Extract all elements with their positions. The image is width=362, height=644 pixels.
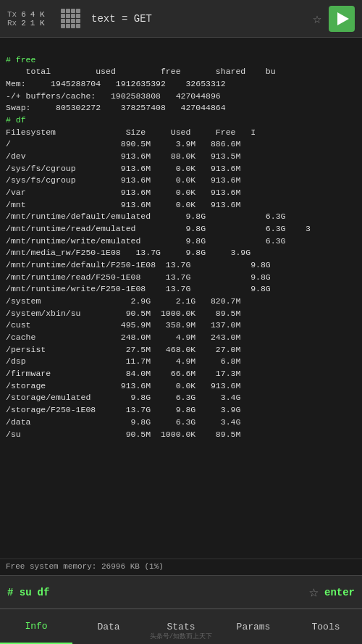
top-bar: Tx 6 4 K Rx 2 1 K text = GET ☆ — [0, 0, 362, 38]
tx-val1: 6 — [21, 10, 26, 19]
df-mnt-write-f250: /mnt/runtime/write/F250-1E08 13.7G 9.8G — [6, 284, 271, 293]
df-storage-emulated: /storage/emulated 9.8G 6.3G 3.4G — [6, 393, 240, 402]
df-persist: /persist 27.5M 468.0K 27.0M — [6, 345, 240, 354]
df-mnt-runtime-write: /mnt/runtime/write/emulated 9.8G 6.3G — [6, 236, 285, 246]
cmd-prompt: # su — [7, 587, 32, 598]
df-firmware: /firmware 84.0M 66.6M 17.3M — [6, 369, 240, 378]
star-icon[interactable]: ☆ — [313, 9, 321, 28]
df-mnt-default-f250: /mnt/runtime/default/F250-1E08 13.7G 9.8… — [6, 260, 271, 269]
df-su: /su 90.5M 1000.0K 89.5M — [6, 430, 240, 439]
rx-label: Rx — [7, 19, 17, 28]
df-storage: /storage 913.6M 0.0K 913.6M — [6, 381, 240, 390]
df-dev: /dev 913.6M 88.0K 913.5M — [6, 151, 240, 161]
df-mnt-read-f250: /mnt/runtime/read/F250-1E08 13.7G 9.8G — [6, 272, 271, 282]
free-header: total used free shared bu — [6, 67, 276, 76]
df-mnt-runtime-read: /mnt/runtime/read/emulated 9.8G 6.3G 3 — [6, 224, 311, 233]
tx-val2: 4 K — [30, 10, 45, 19]
nav-info[interactable]: Info — [0, 609, 72, 644]
df-system-xbin: /system/xbin/su 90.5M 1000.0K 89.5M — [6, 309, 240, 318]
nav-params[interactable]: Params — [217, 609, 290, 644]
play-button[interactable] — [329, 6, 355, 32]
enter-button[interactable]: enter — [324, 587, 355, 598]
df-cust: /cust 495.9M 358.9M 137.0M — [6, 320, 240, 330]
df-mnt-runtime-default: /mnt/runtime/default/emulated 9.8G 6.3G — [6, 212, 285, 221]
watermark: 头条号/知数而上天下 — [150, 632, 212, 641]
df-sys-cgroup1: /sys/fs/cgroup 913.6M 0.0K 913.6M — [6, 164, 240, 173]
df-storage-f250: /storage/F250-1E08 13.7G 9.8G 3.9G — [6, 405, 240, 414]
status-bar: Free system memory: 26996 KB (1%) — [0, 559, 362, 575]
df-data: /data 9.8G 6.3G 3.4G — [6, 417, 240, 427]
tx-label: Tx — [7, 10, 17, 19]
grid-icon[interactable] — [61, 9, 81, 29]
play-triangle-icon — [337, 12, 349, 25]
nav-tools[interactable]: Tools — [290, 609, 362, 644]
text-get-label: text = GET — [91, 13, 306, 25]
mem-row: Mem: 1945288704 1912635392 32653312 — [6, 79, 226, 88]
df-cache: /cache 248.0M 4.9M 243.0M — [6, 333, 240, 342]
df-system: /system 2.9G 2.1G 820.7M — [6, 296, 240, 306]
free-command: # free — [6, 55, 35, 64]
buffers-row: -/+ buffers/cache: 1902583808 427044896 — [6, 91, 221, 101]
df-media-rw: /mnt/media_rw/F250-1E08 13.7G 9.8G 3.9G — [6, 248, 251, 257]
df-var: /var 913.6M 0.0K 913.6M — [6, 188, 240, 197]
terminal-output: # free total used free shared bu Mem: 19… — [0, 38, 362, 559]
cmd-star-icon[interactable]: ☆ — [309, 582, 319, 602]
command-bar[interactable]: # su df ☆ enter — [0, 575, 362, 609]
df-header: Filesystem Size Used Free I — [6, 127, 256, 137]
nav-data[interactable]: Data — [72, 609, 145, 644]
rx-val2: 1 K — [30, 19, 45, 28]
free-memory-status: Free system memory: 26996 KB (1%) — [6, 562, 164, 571]
bottom-nav: Info Data Stats Params Tools 头条号/知数而上天下 — [0, 609, 362, 644]
df-mnt: /mnt 913.6M 0.0K 913.6M — [6, 200, 240, 209]
swap-row: Swap: 805302272 378257408 427044864 — [6, 103, 226, 112]
rx-val1: 2 — [21, 19, 26, 28]
df-dsp: /dsp 11.7M 4.9M 6.8M — [6, 356, 240, 366]
tx-rx-block: Tx 6 4 K Rx 2 1 K — [7, 10, 51, 28]
cmd-input[interactable]: df — [38, 587, 303, 598]
df-command: # df — [6, 115, 26, 125]
df-root: / 890.5M 3.9M 886.6M — [6, 139, 240, 149]
df-sys-cgroup2: /sys/fs/cgroup 913.6M 0.0K 913.6M — [6, 175, 240, 185]
